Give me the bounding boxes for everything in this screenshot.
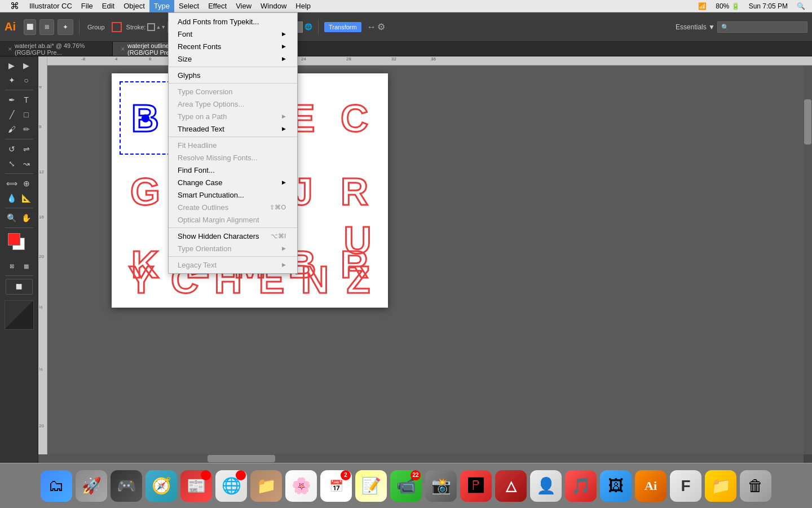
apple-menu[interactable]: ⌘ [5, 1, 25, 11]
menu-legacy-text[interactable]: Legacy Text [169, 259, 297, 271]
measure-tool[interactable]: 📐 [20, 191, 33, 205]
search-input[interactable] [717, 21, 807, 33]
pen-tool[interactable]: ✒ [5, 93, 19, 107]
menu-type-on-path[interactable]: Type on a Path [169, 110, 297, 122]
dock-preview[interactable]: 🖼 [600, 470, 632, 502]
doc-profile-btn[interactable]: ⬜ [24, 19, 36, 35]
eyedropper-tool[interactable]: 💧 [5, 191, 19, 205]
letter-R1[interactable]: R [329, 156, 380, 227]
gradient-btn[interactable]: ▦ [20, 259, 33, 273]
essentials-section[interactable]: Essentials ▼ [676, 21, 807, 33]
menubar-edit[interactable]: Edit [98, 0, 119, 12]
tab-waterjet-ab[interactable]: ✕ waterjet ab.ai* @ 49.76% (RGB/GPU Pre.… [0, 42, 113, 56]
menu-resolve-missing[interactable]: Resolve Missing Fonts... [169, 151, 297, 164]
menu-font[interactable]: Font [169, 28, 297, 40]
pencil-tool[interactable]: ✏ [20, 122, 33, 136]
options-icon[interactable]: ⚙ [377, 21, 385, 32]
scrollbar-vertical[interactable] [804, 65, 812, 454]
letter-B-selected[interactable]: ⊕ B [120, 81, 171, 155]
rotate-tool[interactable]: ↺ [5, 142, 19, 156]
warp-tool[interactable]: ↝ [20, 157, 33, 170]
menubar-select[interactable]: Select [174, 0, 204, 12]
fill-color-indicator[interactable] [112, 22, 122, 32]
dock-folder-yellow[interactable]: 📁 [705, 470, 736, 502]
menubar-type[interactable]: Type [149, 0, 174, 12]
rect-tool[interactable]: □ [20, 108, 33, 121]
menubar-object[interactable]: Object [119, 0, 149, 12]
hand-tool[interactable]: ✋ [20, 211, 33, 225]
dock-contacts[interactable]: 👤 [530, 470, 562, 502]
zoom-tool[interactable]: 🔍 [5, 211, 19, 225]
dock-folder-brown[interactable]: 📁 [250, 470, 282, 502]
menubar-view[interactable]: View [231, 0, 256, 12]
dock-music[interactable]: 🎵 [565, 470, 597, 502]
search-icon[interactable]: 🔍 [795, 2, 807, 10]
letter-C2[interactable]: C [329, 81, 380, 155]
dock-notes[interactable]: 📝 [355, 470, 387, 502]
magic-wand-btn[interactable]: ✦ [58, 19, 73, 35]
menu-type-orientation[interactable]: Type Orientation [169, 242, 297, 255]
menu-type-conversion[interactable]: Type Conversion [169, 85, 297, 98]
paintbrush-tool[interactable]: 🖌 [5, 122, 19, 136]
menu-recent-fonts[interactable]: Recent Fonts [169, 40, 297, 52]
menu-optical-margin[interactable]: Optical Margin Alignment [169, 213, 297, 226]
dock-finder[interactable]: 🗂 [41, 470, 72, 502]
shape-builder-tool[interactable]: ⊕ [20, 177, 33, 190]
menu-find-font[interactable]: Find Font... [169, 164, 297, 176]
dock-fontbook[interactable]: F [670, 470, 701, 502]
dock-photos[interactable]: 🌸 [285, 470, 317, 502]
dock-illustrator[interactable]: Ai [635, 470, 667, 502]
direct-selection-tool[interactable]: ▶ [20, 59, 33, 72]
menubar-effect[interactable]: Effect [204, 0, 231, 12]
letter-U[interactable]: U [335, 217, 380, 262]
screen-mode-btn[interactable]: ⬜ [6, 279, 33, 295]
scrollbar-thumb-v[interactable] [804, 99, 811, 144]
menubar-help[interactable]: Help [291, 0, 315, 12]
menu-glyphs[interactable]: Glyphs [169, 69, 297, 81]
dock-steam[interactable]: 🎮 [111, 470, 142, 502]
dock-safari[interactable]: 🧭 [145, 470, 177, 502]
fill-none-btn[interactable]: ⊠ [5, 259, 19, 273]
menu-add-fonts[interactable]: Add Fonts from Typekit... [169, 15, 297, 28]
reflect-tool[interactable]: ⇌ [20, 142, 33, 156]
line-tool[interactable]: ╱ [5, 108, 19, 121]
scrollbar-thumb-h[interactable] [208, 455, 275, 462]
dock-trash[interactable]: 🗑 [740, 470, 771, 502]
menu-show-hidden[interactable]: Show Hidden Characters ⌥⌘I [169, 230, 297, 242]
magic-wand-tool[interactable]: ✦ [5, 73, 19, 87]
menu-area-type-options[interactable]: Area Type Options... [169, 98, 297, 110]
tab-close-btn[interactable]: ✕ [8, 46, 12, 52]
letter-Z[interactable]: Z [337, 257, 380, 302]
dock-pocket[interactable]: 🅿 [460, 470, 492, 502]
dock-photos2[interactable]: 📸 [425, 470, 457, 502]
menu-change-case[interactable]: Change Case [169, 176, 297, 189]
scrollbar-horizontal[interactable] [38, 454, 804, 463]
width-tool[interactable]: ⟺ [5, 177, 19, 190]
menu-size[interactable]: Size [169, 52, 297, 65]
letter-Y[interactable]: Y [120, 257, 163, 302]
dock-chrome[interactable]: 🌐 [215, 470, 247, 502]
menubar-window[interactable]: Window [256, 0, 291, 12]
transform-button[interactable]: Transform [324, 22, 361, 32]
menu-fit-headline[interactable]: Fit Headline [169, 139, 297, 151]
menu-create-outlines[interactable]: Create Outlines ⇧⌘O [169, 201, 297, 213]
selection-tool[interactable]: ▶ [5, 59, 19, 72]
dock-facetime[interactable]: 📹 22 [390, 470, 422, 502]
dock-calendar[interactable]: 📅 2 [320, 470, 352, 502]
tool-row-9: 💧 📐 [5, 191, 33, 205]
dock-flipboard[interactable]: 📰 [180, 470, 212, 502]
arrange-btn[interactable]: ⊞ [39, 19, 54, 35]
lasso-tool[interactable]: ○ [20, 73, 33, 87]
letter-N[interactable]: N [293, 257, 337, 302]
dock-launchpad[interactable]: 🚀 [76, 470, 107, 502]
fg-color-swatch[interactable] [8, 233, 20, 246]
menu-smart-punctuation[interactable]: Smart Punctuation... [169, 189, 297, 201]
type-tool[interactable]: T [20, 93, 33, 107]
scale-tool[interactable]: ⤡ [5, 157, 19, 170]
dock-acrobat[interactable]: △ [495, 470, 527, 502]
tab-close-btn-active[interactable]: ✕ [121, 46, 125, 52]
menubar-file[interactable]: File [77, 0, 98, 12]
letter-G[interactable]: G [120, 156, 171, 227]
menu-threaded-text[interactable]: Threaded Text [169, 122, 297, 135]
menubar-illustrator[interactable]: Illustrator CC [25, 0, 77, 12]
